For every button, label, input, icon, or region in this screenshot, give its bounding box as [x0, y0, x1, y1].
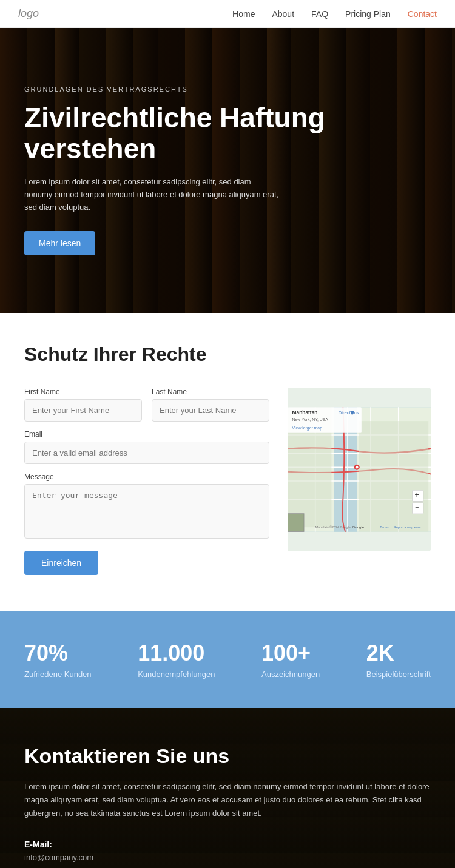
hero-section: GRUNDLAGEN DES VERTRAGSRECHTS Zivilrecht… — [0, 28, 455, 313]
submit-button[interactable]: Einreichen — [24, 551, 98, 575]
svg-text:Manhattan: Manhattan — [292, 409, 318, 415]
stat-label-1: Kundenempfehlungen — [138, 670, 215, 679]
last-name-input[interactable] — [152, 399, 269, 422]
hero-subtitle: GRUNDLAGEN DES VERTRAGSRECHTS — [24, 86, 431, 93]
svg-text:−: − — [415, 503, 419, 511]
stat-number-0: 70% — [24, 641, 92, 666]
hero-content: GRUNDLAGEN DES VERTRAGSRECHTS Zivilrecht… — [24, 86, 431, 255]
email-info-value: info@company.com — [24, 853, 431, 862]
contact-bottom-content: Kontaktieren Sie uns Lorem ipsum dolor s… — [24, 744, 431, 868]
stat-label-0: Zufriedene Kunden — [24, 670, 92, 679]
last-name-label: Last Name — [152, 388, 269, 396]
svg-text:New York, NY, USA: New York, NY, USA — [292, 417, 329, 422]
svg-text:Terms: Terms — [380, 525, 389, 529]
svg-text:Directions: Directions — [339, 410, 359, 415]
first-name-label: First Name — [24, 388, 142, 396]
email-label: Email — [24, 430, 269, 439]
stat-label-3: Beispielüberschrift — [366, 670, 431, 679]
stat-number-1: 11.000 — [138, 641, 215, 666]
email-input[interactable] — [24, 442, 269, 464]
svg-text:Report a map error: Report a map error — [394, 525, 421, 529]
contact-bottom-section: Kontaktieren Sie uns Lorem ipsum dolor s… — [0, 708, 455, 868]
svg-text:View larger map: View larger map — [292, 426, 323, 431]
contact-form-section: Schutz Ihrer Rechte First Name Last Name… — [0, 313, 455, 611]
svg-text:Google: Google — [352, 525, 365, 529]
nav-home[interactable]: Home — [232, 9, 255, 19]
name-row: First Name Last Name — [24, 388, 269, 422]
first-name-input[interactable] — [24, 399, 142, 422]
message-group: Message — [24, 473, 269, 539]
svg-rect-27 — [288, 514, 304, 531]
stat-number-2: 100+ — [261, 641, 320, 666]
nav-links: Home About FAQ Pricing Plan Contact — [232, 9, 437, 19]
email-info-label: E-Mail: — [24, 839, 431, 849]
stat-item-2: 100+ Auszeichnungen — [261, 641, 320, 679]
navbar: logo Home About FAQ Pricing Plan Contact — [0, 0, 455, 28]
stat-number-3: 2K — [366, 641, 431, 666]
svg-text:Map data ©2024 Google: Map data ©2024 Google — [315, 525, 351, 529]
contact-bottom-desc: Lorem ipsum dolor sit amet, consetetur s… — [24, 780, 431, 820]
contact-bottom-heading: Kontaktieren Sie uns — [24, 744, 431, 768]
logo: logo — [18, 7, 39, 20]
map-container: Manhattan New York, NY, USA Directions V… — [288, 388, 431, 551]
email-group: Email — [24, 430, 269, 464]
hero-title: Zivilrechtliche Haftung verstehen — [24, 103, 431, 164]
nav-pricing[interactable]: Pricing Plan — [345, 9, 391, 19]
nav-about[interactable]: About — [272, 9, 294, 19]
nav-faq[interactable]: FAQ — [311, 9, 328, 19]
stat-label-2: Auszeichnungen — [261, 670, 320, 679]
message-label: Message — [24, 473, 269, 481]
last-name-group: Last Name — [152, 388, 269, 422]
stat-item-3: 2K Beispielüberschrift — [366, 641, 431, 679]
contact-form: First Name Last Name Email Message Einre… — [24, 388, 269, 575]
contact-inner: First Name Last Name Email Message Einre… — [24, 388, 431, 575]
message-textarea[interactable] — [24, 484, 269, 539]
svg-point-21 — [356, 466, 359, 469]
first-name-group: First Name — [24, 388, 142, 422]
hero-description: Lorem ipsum dolor sit amet, consetetur s… — [24, 176, 279, 214]
hero-cta-button[interactable]: Mehr lesen — [24, 231, 95, 255]
nav-contact[interactable]: Contact — [408, 9, 437, 19]
svg-text:+: + — [415, 491, 419, 499]
stat-item-1: 11.000 Kundenempfehlungen — [138, 641, 215, 679]
stat-item-0: 70% Zufriedene Kunden — [24, 641, 92, 679]
contact-form-heading: Schutz Ihrer Rechte — [24, 343, 431, 366]
stats-section: 70% Zufriedene Kunden 11.000 Kundenempfe… — [0, 611, 455, 708]
svg-rect-13 — [359, 421, 428, 532]
map-visual: Manhattan New York, NY, USA Directions V… — [288, 388, 431, 551]
email-info: E-Mail: info@company.com — [24, 839, 431, 862]
